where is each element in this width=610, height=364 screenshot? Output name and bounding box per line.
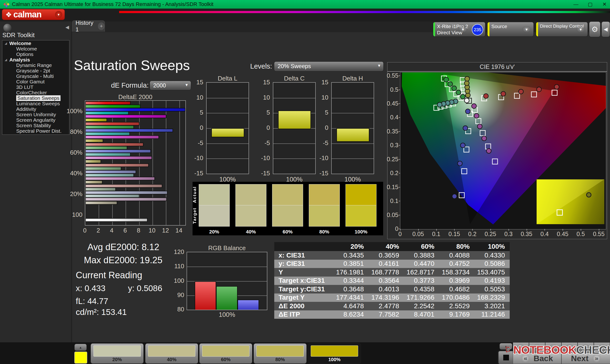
row-value: 0.3883 (404, 252, 439, 259)
swatch-column-label: 80% (309, 229, 340, 235)
pattern-swatch-80[interactable]: 80% (254, 343, 307, 364)
settings-button[interactable]: ⚙ (589, 21, 600, 37)
close-button[interactable]: ✕ (601, 1, 608, 7)
record-button[interactable]: ● (594, 342, 610, 353)
maximize-button[interactable]: ▢ (587, 1, 594, 7)
add-tab-button[interactable]: + (98, 22, 104, 30)
mini-ytick: -10 (314, 154, 328, 162)
target-square-marker (485, 144, 491, 149)
sidebar-item-options[interactable]: Options (2, 52, 69, 57)
stop-button[interactable] (497, 350, 515, 364)
gridline (180, 101, 180, 225)
pattern-swatch-100[interactable]: 100% (308, 343, 361, 364)
row-label: Target x:CIE31 (274, 277, 333, 285)
minimize-button[interactable]: — (572, 1, 580, 7)
target-square-marker (476, 118, 481, 124)
sidebar-collapse-icon[interactable]: ◀ (65, 24, 69, 30)
sidebar-item-welcome[interactable]: Welcome (2, 46, 69, 52)
play-button[interactable]: ▶ (529, 342, 545, 353)
bar-40-2 (85, 170, 136, 174)
tick-mark (508, 229, 509, 231)
back-label: Back (533, 354, 553, 363)
loop-icon: ∞ (566, 344, 573, 351)
cie-xtick: 0.3 (499, 231, 518, 237)
meter-mode: Direct View (437, 30, 462, 36)
transport-up-button[interactable]: ▲ (499, 343, 512, 350)
bar-40-5 (85, 180, 103, 184)
cie-xtick: 0.15 (445, 231, 464, 237)
measured-circle-marker (483, 94, 488, 98)
sidebar-item-welcome-root[interactable]: ◢Welcome (2, 40, 69, 46)
meter-dropdown[interactable]: X-Rite i1Pro 2 Direct View ▼ 235 (433, 22, 485, 37)
row-value: 174.3196 (369, 294, 404, 301)
logo-dropdown-arrow-icon[interactable]: ▼ (55, 11, 62, 18)
sidebar-item-3d-lut[interactable]: 3D LUT (2, 84, 69, 90)
row-value: 0.4470 (404, 260, 439, 268)
chevron-down-icon[interactable]: ▼ (576, 26, 585, 33)
current-x-value: x: 0.433 (76, 284, 105, 293)
tab-history-1[interactable]: History 1 + (72, 21, 105, 32)
chart-button[interactable]: ▦ (545, 342, 561, 353)
measured-circle-marker (478, 124, 482, 129)
pattern-swatch-20[interactable]: 20% (91, 343, 144, 364)
row-value: 2.4778 (369, 302, 404, 310)
actual-swatch (235, 184, 266, 205)
measured-circle-marker (465, 77, 470, 81)
sidebar-item-grayscale-multi[interactable]: Grayscale - Multi (2, 73, 69, 79)
row-value: 0.3435 (333, 252, 369, 259)
source-dropdown[interactable]: Source ▼ (487, 22, 534, 37)
sidebar-item-analysis-root[interactable]: ◢Analysis (2, 57, 69, 62)
rgb-balance-xlabel: 100% (187, 311, 267, 318)
target-square-marker (531, 92, 537, 97)
sidebar-round-button[interactable] (3, 24, 12, 32)
sidebar-item-saturation-sweeps[interactable]: Saturation Sweeps (2, 95, 69, 101)
collapse-panel-button[interactable]: ◀ (601, 21, 610, 37)
tree-expander-icon[interactable]: ◢ (5, 58, 7, 62)
sidebar-item-label: Saturation Sweeps (16, 95, 61, 101)
cie-xtick: 0.05 (409, 231, 428, 237)
sidebar-item-grayscale-2pt[interactable]: Grayscale - 2pt (2, 68, 69, 73)
swatch-column-80: 80% (309, 184, 340, 227)
bar-100-3 (85, 111, 129, 115)
pattern-swatch-40[interactable]: 40% (145, 343, 198, 364)
swatch-chip (256, 345, 304, 357)
de-formula-dropdown[interactable]: 2000 ▼ (150, 81, 191, 90)
sidebar-item-label: Welcome (9, 40, 31, 46)
sidebar-item-screen-angularity[interactable]: Screen Angularity (2, 117, 69, 123)
stop-button[interactable]: ■ (513, 342, 529, 353)
delta-h-bar (337, 128, 369, 142)
bar-60-0 (85, 143, 143, 146)
sidebar-item-luminance-sweeps[interactable]: Luminance Sweeps (2, 101, 69, 106)
loop-button[interactable]: ∞ (561, 342, 578, 353)
sidebar-item-screen-stability[interactable]: Screen Stability (2, 123, 69, 128)
pattern-swatch-60[interactable]: 60% (199, 343, 252, 364)
tree-expander-icon[interactable]: ◢ (5, 42, 7, 45)
chevron-down-icon[interactable]: ▼ (522, 26, 531, 33)
back-button[interactable]: « Back (513, 352, 561, 364)
row-value: 0.3648 (333, 286, 369, 293)
row-value: 0.5086 (474, 260, 510, 268)
gridline (139, 101, 140, 225)
row-label: ΔE 2000 (274, 302, 333, 310)
current-fl-value: fL: 44.77 (76, 296, 108, 306)
row-value: 0.3659 (369, 252, 404, 259)
sidebar-item-colorchecker[interactable]: ColorChecker (2, 90, 69, 95)
deltae-xtick: 4 (107, 227, 117, 234)
next-button[interactable]: Next » (561, 352, 610, 364)
cie-chart-panel: CIE 1976 u'v' 00.050.10.150.20.250.30.35… (387, 62, 607, 239)
calman-logo-menu[interactable]: ❖ calman ▼ (2, 9, 65, 20)
measured-circle-marker (486, 149, 491, 153)
sidebar-item-color-gamut[interactable]: Color Gamut (2, 79, 69, 84)
row-label: x: CIE31 (274, 252, 333, 259)
sidebar-item-dynamic-range[interactable]: Dynamic Range (2, 62, 69, 68)
pattern-list-up-button[interactable]: ▲ (74, 344, 87, 351)
pattern-color-swatch-yellow[interactable] (74, 351, 87, 364)
tick-mark (399, 117, 400, 118)
levels-dropdown[interactable]: 20% Sweeps ▼ (274, 62, 384, 71)
chevron-down-icon[interactable]: ▼ (458, 26, 467, 33)
delta-c-plot (273, 82, 316, 174)
refresh-button[interactable]: ↻ (578, 342, 594, 353)
current-reading-heading: Current Reading (76, 270, 142, 280)
row-label: ΔE ITP (274, 311, 333, 318)
display-control-dropdown[interactable]: Direct Display Control ▼ (536, 22, 588, 37)
